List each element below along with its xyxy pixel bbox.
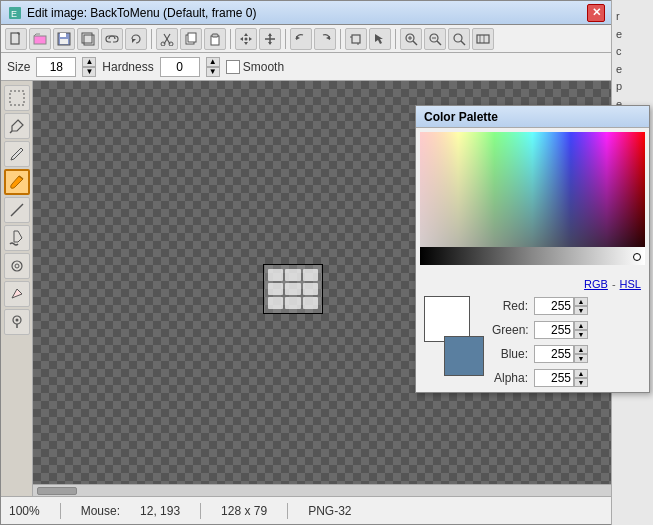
blue-spinner: ▲ ▼ <box>574 345 588 363</box>
svg-line-41 <box>461 41 465 45</box>
size-up[interactable]: ▲ <box>82 57 96 67</box>
svg-point-40 <box>454 34 462 42</box>
palette-title: Color Palette <box>416 106 649 128</box>
mouse-label: Mouse: <box>81 504 120 518</box>
image-format: PNG-32 <box>308 504 351 518</box>
svg-rect-42 <box>477 35 489 43</box>
stamp-tool[interactable] <box>4 309 30 335</box>
alpha-label: Alpha: <box>492 371 534 385</box>
copy-button[interactable] <box>180 28 202 50</box>
svg-marker-26 <box>268 42 272 45</box>
red-input[interactable] <box>534 297 574 315</box>
refresh-button[interactable] <box>125 28 147 50</box>
zoom-in-button[interactable] <box>400 28 422 50</box>
line-tool[interactable] <box>4 197 30 223</box>
sep3 <box>285 29 286 49</box>
close-button[interactable]: ✕ <box>587 4 605 22</box>
blue-input[interactable] <box>534 345 574 363</box>
svg-rect-15 <box>188 33 196 42</box>
svg-marker-21 <box>249 37 252 41</box>
status-sep3 <box>287 503 288 519</box>
selection-tool[interactable] <box>4 85 30 111</box>
paste-button[interactable] <box>204 28 226 50</box>
svg-marker-28 <box>326 36 330 40</box>
svg-rect-3 <box>34 36 46 44</box>
sep1 <box>151 29 152 49</box>
link-button[interactable] <box>101 28 123 50</box>
svg-marker-25 <box>268 33 272 36</box>
hardness-down[interactable]: ▼ <box>206 67 220 77</box>
sprite-dot <box>268 283 283 295</box>
move2-button[interactable] <box>259 28 281 50</box>
zoom-fit-button[interactable] <box>448 28 470 50</box>
sprite-dot <box>303 297 318 309</box>
green-down[interactable]: ▼ <box>574 330 588 339</box>
sprite-dot <box>303 269 318 281</box>
green-label: Green: <box>492 323 534 337</box>
spectrum-gray[interactable] <box>420 247 645 265</box>
red-down[interactable]: ▼ <box>574 306 588 315</box>
alpha-down[interactable]: ▼ <box>574 378 588 387</box>
select-tool-button[interactable] <box>369 28 391 50</box>
spectrum-main[interactable] <box>420 132 645 247</box>
eyedropper-tool[interactable] <box>4 113 30 139</box>
open-button[interactable] <box>29 28 51 50</box>
save-button[interactable] <box>53 28 75 50</box>
svg-marker-32 <box>375 34 383 44</box>
hardness-label: Hardness <box>102 60 153 74</box>
canvas-scrollbar-h[interactable] <box>33 484 611 496</box>
erase-tool[interactable] <box>4 281 30 307</box>
red-spinner: ▲ ▼ <box>574 297 588 315</box>
hardness-up[interactable]: ▲ <box>206 57 220 67</box>
alpha-up[interactable]: ▲ <box>574 369 588 378</box>
undo-button[interactable] <box>290 28 312 50</box>
red-up[interactable]: ▲ <box>574 297 588 306</box>
svg-rect-6 <box>60 39 68 44</box>
zoom-all-button[interactable] <box>472 28 494 50</box>
svg-line-38 <box>437 41 441 45</box>
crop-button[interactable] <box>345 28 367 50</box>
new-button[interactable] <box>5 28 27 50</box>
cut-button[interactable] <box>156 28 178 50</box>
size-down[interactable]: ▼ <box>82 67 96 77</box>
sep4 <box>340 29 341 49</box>
app-icon: E <box>7 5 23 21</box>
rgb-hsl-row: RGB - HSL <box>416 276 649 292</box>
title-bar: E Edit image: BackToMenu (Default, frame… <box>1 1 611 25</box>
smudge-tool[interactable] <box>4 253 30 279</box>
blue-up[interactable]: ▲ <box>574 345 588 354</box>
pencil-tool[interactable] <box>4 141 30 167</box>
blue-down[interactable]: ▼ <box>574 354 588 363</box>
sprite-dot <box>285 283 300 295</box>
svg-rect-45 <box>10 91 24 105</box>
copy-all-button[interactable] <box>77 28 99 50</box>
brush-tool[interactable] <box>4 169 30 195</box>
background-color[interactable] <box>444 336 484 376</box>
smooth-checkbox[interactable] <box>226 60 240 74</box>
svg-text:E: E <box>11 9 17 19</box>
svg-rect-2 <box>11 33 19 44</box>
size-input[interactable] <box>36 57 76 77</box>
green-up[interactable]: ▲ <box>574 321 588 330</box>
hsl-link[interactable]: HSL <box>620 278 641 290</box>
rgb-link[interactable]: RGB <box>584 278 608 290</box>
main-toolbar <box>1 25 611 53</box>
rgba-fields: Red: ▲ ▼ Green: ▲ ▼ Blue: ▲ <box>492 296 641 388</box>
move-button[interactable] <box>235 28 257 50</box>
alpha-input[interactable] <box>534 369 574 387</box>
color-preview-area <box>424 296 484 376</box>
zoom-out-button[interactable] <box>424 28 446 50</box>
svg-point-52 <box>15 319 18 322</box>
color-palette: Color Palette RGB - HSL Red: ▲ ▼ <box>415 105 650 393</box>
fill-tool[interactable] <box>4 225 30 251</box>
green-input[interactable] <box>534 321 574 339</box>
scrollbar-thumb[interactable] <box>37 487 77 495</box>
red-row: Red: ▲ ▼ <box>492 296 641 316</box>
hardness-input[interactable] <box>160 57 200 77</box>
image-dimensions: 128 x 79 <box>221 504 267 518</box>
canvas-sprite <box>263 264 323 314</box>
color-spectrum[interactable] <box>420 132 645 272</box>
redo-button[interactable] <box>314 28 336 50</box>
sprite-content <box>264 265 322 313</box>
sep2 <box>230 29 231 49</box>
